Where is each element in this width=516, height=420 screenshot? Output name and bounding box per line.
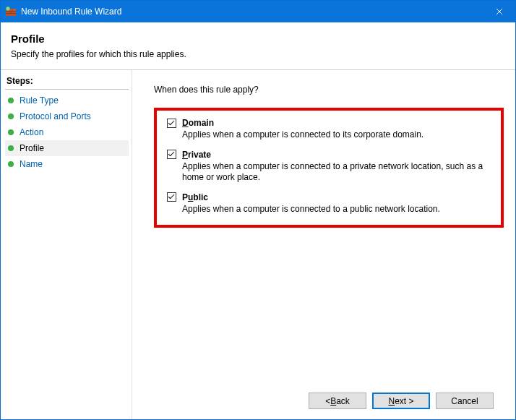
cancel-button[interactable]: Cancel <box>436 393 494 409</box>
profile-question: When does this rule apply? <box>154 85 504 95</box>
svg-point-7 <box>6 7 10 11</box>
wizard-footer: < Back Next > Cancel <box>154 385 504 419</box>
profile-option-public: Public Applies when a computer is connec… <box>167 192 491 215</box>
content-panel: When does this rule apply? Domain Applie… <box>132 70 515 419</box>
step-bullet-icon <box>8 145 14 151</box>
profile-option-private: Private Applies when a computer is conne… <box>167 150 491 184</box>
steps-panel: Steps: Rule Type Protocol and Ports Acti… <box>1 70 132 419</box>
public-checkbox[interactable] <box>167 192 176 202</box>
step-profile[interactable]: Profile <box>5 140 129 156</box>
step-rule-type[interactable]: Rule Type <box>5 93 129 108</box>
steps-title: Steps: <box>5 74 129 90</box>
wizard-body: Steps: Rule Type Protocol and Ports Acti… <box>1 70 515 419</box>
step-label: Rule Type <box>20 95 59 106</box>
domain-description: Applies when a computer is connected to … <box>182 129 491 141</box>
page-subheading: Specify the profiles for which this rule… <box>11 49 505 59</box>
public-description: Applies when a computer is connected to … <box>182 204 491 215</box>
titlebar: New Inbound Rule Wizard <box>1 1 515 22</box>
domain-checkbox-row[interactable]: Domain <box>167 118 491 128</box>
step-label: Action <box>20 127 43 137</box>
step-bullet-icon <box>8 161 14 167</box>
wizard-window: New Inbound Rule Wizard Profile Specify … <box>0 0 516 420</box>
step-label: Protocol and Ports <box>20 111 91 121</box>
profile-highlight-box: Domain Applies when a computer is connec… <box>154 108 504 228</box>
step-bullet-icon <box>8 113 14 119</box>
domain-checkbox[interactable] <box>167 119 176 128</box>
window-title: New Inbound Rule Wizard <box>21 7 483 17</box>
step-protocol-and-ports[interactable]: Protocol and Ports <box>5 108 129 124</box>
firewall-icon <box>5 6 17 17</box>
step-action[interactable]: Action <box>5 124 129 140</box>
step-bullet-icon <box>8 129 14 135</box>
private-checkbox-row[interactable]: Private <box>167 150 491 160</box>
close-button[interactable] <box>483 1 515 22</box>
wizard-header: Profile Specify the profiles for which t… <box>1 22 515 70</box>
next-button[interactable]: Next > <box>372 393 430 409</box>
step-name[interactable]: Name <box>5 156 129 172</box>
private-checkbox[interactable] <box>167 150 176 159</box>
page-heading: Profile <box>11 33 505 45</box>
close-icon <box>496 8 503 15</box>
back-button[interactable]: < Back <box>309 393 366 409</box>
profile-option-domain: Domain Applies when a computer is connec… <box>167 118 491 141</box>
public-checkbox-row[interactable]: Public <box>167 192 491 202</box>
public-label: Public <box>182 192 208 202</box>
step-label: Name <box>20 159 43 169</box>
step-label: Profile <box>20 143 44 153</box>
private-label: Private <box>182 150 211 160</box>
domain-label: Domain <box>182 118 214 128</box>
step-bullet-icon <box>8 98 14 103</box>
private-description: Applies when a computer is connected to … <box>182 161 491 184</box>
